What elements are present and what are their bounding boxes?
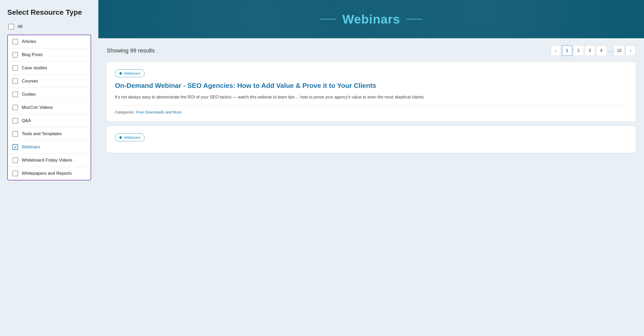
pagination-next[interactable]: ›	[625, 45, 636, 56]
filter-label-6: Q&A	[22, 118, 31, 123]
filter-label-10: Whitepapers and Reports	[22, 171, 72, 176]
filter-item-webinars[interactable]: ✓Webinars	[8, 141, 91, 154]
filter-label-1: Blog Posts	[22, 52, 43, 57]
badge-label-1: Webinars	[124, 71, 140, 75]
pagination-page-10[interactable]: 10	[614, 45, 624, 56]
filter-item-whiteboard-friday-videos[interactable]: Whiteboard Friday Videos	[8, 154, 91, 167]
filter-label-9: Whiteboard Friday Videos	[22, 158, 72, 163]
filter-item-case-studies[interactable]: Case studies	[8, 62, 91, 75]
filter-label-4: Guides	[22, 92, 36, 97]
results-count: Showing 99 results	[107, 47, 155, 54]
content-area: Showing 99 results ‹ 1 2 3 4 ... 10 › We…	[98, 38, 644, 336]
filter-item-blog-posts[interactable]: Blog Posts	[8, 48, 91, 62]
badge-label-2: Webinars	[124, 135, 140, 140]
checkbox-6[interactable]	[12, 118, 18, 124]
checkbox-9[interactable]	[12, 157, 18, 163]
checkbox-0[interactable]	[12, 39, 18, 44]
filter-item-all[interactable]: All	[7, 24, 91, 35]
card-title-1[interactable]: On-Demand Webinar - SEO Agencies: How to…	[115, 81, 627, 90]
filter-item-courses[interactable]: Courses	[8, 75, 91, 88]
checkbox-3[interactable]	[12, 78, 18, 84]
badge-dot-1	[119, 72, 122, 75]
filter-label-5: MozCon Videos	[22, 105, 53, 110]
hero-banner: Webinars	[98, 0, 644, 38]
sidebar-title: Select Resource Type	[7, 8, 91, 17]
pagination: ‹ 1 2 3 4 ... 10 ›	[551, 45, 636, 56]
checkbox-10[interactable]	[12, 171, 18, 176]
badge-dot-2	[119, 136, 122, 139]
checkbox-2[interactable]	[12, 65, 18, 71]
pagination-ellipsis: ...	[608, 48, 613, 53]
filter-label-8: Webinars	[22, 144, 40, 150]
result-card-2: Webinars	[107, 126, 636, 153]
pagination-page-4[interactable]: 4	[596, 45, 606, 56]
filter-item-guides[interactable]: Guides	[8, 88, 91, 101]
filter-item-q&a[interactable]: Q&A	[8, 114, 91, 127]
filter-label-all: All	[18, 24, 23, 29]
filter-box: ArticlesBlog PostsCase studiesCoursesGui…	[7, 35, 91, 180]
checkbox-1[interactable]	[12, 52, 18, 58]
checkbox-4[interactable]	[12, 91, 18, 97]
filter-label-7: Tools and Templates	[22, 131, 62, 136]
category-badge-1[interactable]: Webinars	[115, 69, 145, 77]
hero-title-text: Webinars	[342, 12, 400, 26]
results-bar: Showing 99 results ‹ 1 2 3 4 ... 10 ›	[107, 45, 636, 56]
sidebar: Select Resource Type All ArticlesBlog Po…	[0, 0, 98, 336]
main-content: Webinars Showing 99 results ‹ 1 2 3 4 ..…	[98, 0, 644, 336]
filter-item-whitepapers-and-reports[interactable]: Whitepapers and Reports	[8, 167, 91, 180]
pagination-page-1[interactable]: 1	[562, 45, 572, 56]
card-description-1: It's not always easy to demonstrate the …	[115, 94, 627, 101]
category-link-1[interactable]: Free Downloads and More	[136, 110, 182, 114]
card-categories-1: Categories: Free Downloads and More	[115, 110, 627, 114]
category-badge-2[interactable]: Webinars	[115, 133, 145, 141]
filter-label-2: Case studies	[22, 65, 47, 71]
checkbox-5[interactable]	[12, 105, 18, 110]
categories-label-1: Categories:	[115, 110, 135, 114]
checkbox-7[interactable]	[12, 131, 18, 137]
filter-item-tools-and-templates[interactable]: Tools and Templates	[8, 127, 91, 141]
pagination-prev[interactable]: ‹	[551, 45, 561, 56]
checkbox-8[interactable]: ✓	[12, 144, 18, 150]
hero-line-right	[406, 19, 422, 19]
pagination-page-3[interactable]: 3	[585, 45, 595, 56]
filter-item-articles[interactable]: Articles	[8, 35, 91, 48]
card-divider-1	[115, 105, 627, 106]
result-card-1: Webinars On-Demand Webinar - SEO Agencie…	[107, 62, 636, 121]
filter-item-mozcon-videos[interactable]: MozCon Videos	[8, 101, 91, 114]
hero-line-left	[320, 19, 336, 19]
pagination-page-2[interactable]: 2	[573, 45, 584, 56]
checkbox-all[interactable]	[8, 24, 14, 29]
hero-title: Webinars	[320, 12, 422, 26]
filter-label-0: Articles	[22, 39, 36, 44]
filter-label-3: Courses	[22, 79, 38, 84]
